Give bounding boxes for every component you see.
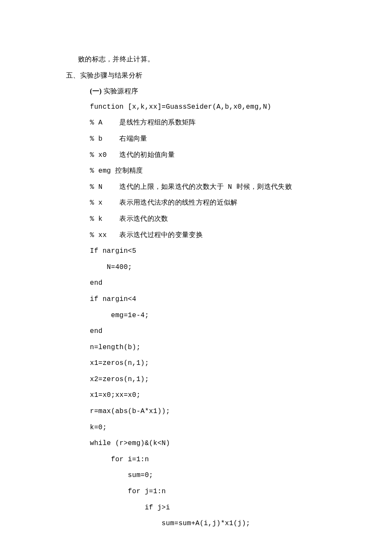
text-line: % emg 控制精度 (66, 163, 341, 179)
text-line: % x0 迭代的初始值向量 (66, 147, 341, 164)
text-line: if j>i (66, 500, 341, 516)
text-line: x1=x0;xx=x0; (66, 387, 341, 404)
text-line: k=0; (66, 420, 341, 436)
text-line: % b 右端向量 (66, 131, 341, 147)
text-line: for j=1:n (66, 484, 341, 500)
text-line: for i=1:n (66, 452, 341, 468)
text-line: end (66, 324, 341, 340)
text-line: sum=0; (66, 468, 341, 484)
document-content: 败的标志，并终止计算。五、实验步骤与结果分析(一) 实验源程序function … (66, 51, 341, 532)
text-line: % N 迭代的上限，如果迭代的次数大于 N 时候，则迭代失败 (66, 179, 341, 196)
text-line: % k 表示迭代的次数 (66, 211, 341, 228)
text-line: sum=sum+A(i,j)*x1(j); (66, 516, 341, 532)
text-line: 败的标志，并终止计算。 (66, 51, 341, 67)
text-span: (一) (90, 83, 104, 99)
text-line: r=max(abs(b-A*x1)); (66, 404, 341, 420)
text-line: while (r>emg)&(k<N) (66, 436, 341, 452)
text-line: x2=zeros(n,1); (66, 372, 341, 388)
text-line: 五、实验步骤与结果分析 (66, 67, 341, 84)
text-line: x1=zeros(n,1); (66, 356, 341, 372)
text-line: (一) 实验源程序 (66, 83, 341, 99)
text-line: function [x,k,xx]=GuassSeider(A,b,x0,emg… (66, 99, 341, 116)
text-line: end (66, 275, 341, 292)
document-page: 败的标志，并终止计算。五、实验步骤与结果分析(一) 实验源程序function … (0, 0, 392, 555)
text-line: if nargin<4 (66, 292, 341, 308)
text-line: % xx 表示迭代过程中的变量变换 (66, 228, 341, 244)
text-line: n=length(b); (66, 340, 341, 356)
text-line: % x 表示用迭代法求的的线性方程的近似解 (66, 195, 341, 211)
text-line: If nargin<5 (66, 243, 341, 260)
text-span: 实验源程序 (104, 83, 138, 99)
text-line: N=400; (66, 260, 341, 276)
text-line: emg=1e-4; (66, 308, 341, 324)
text-line: % A 是线性方程组的系数矩阵 (66, 115, 341, 131)
